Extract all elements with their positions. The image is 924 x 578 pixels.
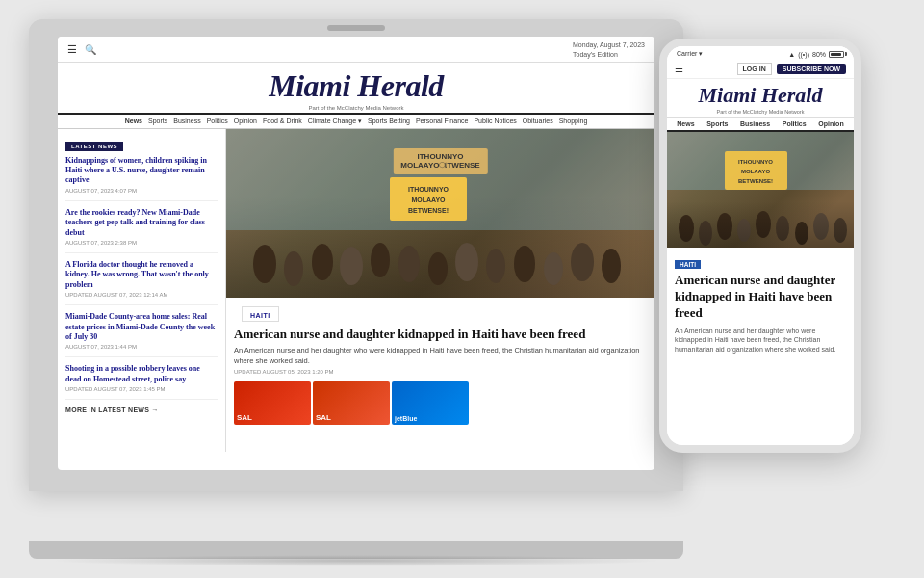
story-date: AUGUST 07, 2023 2:38 PM xyxy=(65,240,218,246)
phone-masthead: Miami Herald Part of the McClatchy Media… xyxy=(667,79,854,118)
phone-nav-news[interactable]: News xyxy=(677,120,694,127)
thumbnail-row xyxy=(226,381,654,425)
wifi-icon: ((•)) xyxy=(798,51,809,58)
svg-point-6 xyxy=(398,246,420,282)
date-info: Monday, August 7, 2023 Today's Edition xyxy=(573,40,645,60)
svg-text:MOLAAYO: MOLAAYO xyxy=(411,197,446,203)
laptop-masthead: Miami Herald Part of the McClatchy Media… xyxy=(58,63,654,115)
svg-point-5 xyxy=(371,243,390,277)
story-category-tag[interactable]: HAITI xyxy=(242,306,279,322)
story-title[interactable]: Are the rookies ready? New Miami-Dade te… xyxy=(65,208,218,238)
laptop-shadow xyxy=(48,555,664,566)
story-date: UPDATED AUGUST 07, 2023 1:45 PM xyxy=(65,386,218,392)
battery-fill xyxy=(831,53,841,56)
laptop-notch xyxy=(327,25,385,31)
svg-point-20 xyxy=(699,221,712,246)
thumbnail-jetblue[interactable] xyxy=(392,381,469,425)
search-icon[interactable]: 🔍 xyxy=(85,44,96,55)
svg-point-23 xyxy=(756,211,771,238)
nav-business[interactable]: Business xyxy=(173,118,200,124)
phone-screen: Carrier ▾ ▲ ((•)) 80% ☰ LOG IN SUBSCRIBE… xyxy=(667,46,854,445)
phone-nav-business[interactable]: Business xyxy=(740,120,770,127)
story-title[interactable]: Miami-Dade County-area home sales: Real … xyxy=(65,312,218,342)
svg-text:BETWENSE!: BETWENSE! xyxy=(408,207,449,214)
phone-header-actions: LOG IN SUBSCRIBE NOW xyxy=(737,63,846,75)
laptop-content: LATEST NEWS Kidnappings of women, childr… xyxy=(58,129,654,452)
nav-finance[interactable]: Personal Finance xyxy=(416,118,468,124)
laptop-header: ☰ 🔍 Monday, August 7, 2023 Today's Editi… xyxy=(58,37,654,63)
story-title[interactable]: Kidnappings of women, children spiking i… xyxy=(65,156,218,186)
main-story-date: UPDATED AUGUST 05, 2023 1:20 PM xyxy=(226,366,654,378)
main-story-description: An American nurse and her daughter who w… xyxy=(226,342,654,366)
phone-nav-sports[interactable]: Sports xyxy=(706,120,728,127)
svg-text:ITHOUNNYO: ITHOUNNYO xyxy=(738,159,773,165)
laptop-screen: ☰ 🔍 Monday, August 7, 2023 Today's Editi… xyxy=(58,37,654,470)
phone-story-title[interactable]: American nurse and daughter kidnapped in… xyxy=(675,273,846,322)
nav-sports-betting[interactable]: Sports Betting xyxy=(368,118,410,124)
battery-pct: 80% xyxy=(812,51,826,58)
svg-text:MOLAAYO: MOLAAYO xyxy=(741,169,770,174)
svg-point-1 xyxy=(253,245,276,283)
phone-status-bar: Carrier ▾ ▲ ((•)) 80% xyxy=(667,46,854,60)
svg-point-8 xyxy=(455,243,478,281)
laptop-nav: News Sports Business Politics Opinion Fo… xyxy=(58,115,654,129)
header-left: ☰ 🔍 xyxy=(67,43,96,56)
nav-sports[interactable]: Sports xyxy=(148,118,167,124)
svg-point-25 xyxy=(795,222,808,245)
hamburger-icon[interactable]: ☰ xyxy=(67,43,77,56)
laptop-device: ☰ 🔍 Monday, August 7, 2023 Today's Editi… xyxy=(29,19,683,559)
story-title[interactable]: Shooting in a possible robbery leaves on… xyxy=(65,364,218,384)
svg-point-24 xyxy=(776,216,789,241)
battery-icon xyxy=(829,51,844,58)
more-latest-link[interactable]: MORE IN LATEST NEWS → xyxy=(65,407,218,413)
phone-nav: News Sports Business Politics Opinion xyxy=(667,118,854,132)
status-icons: ▲ ((•)) 80% xyxy=(788,51,844,58)
story-date: AUGUST 07, 2023 4:07 PM xyxy=(65,188,218,194)
phone-story-tag[interactable]: HAITI xyxy=(675,260,701,269)
phone-login-button[interactable]: LOG IN xyxy=(737,63,772,75)
story-title[interactable]: A Florida doctor thought he removed a ki… xyxy=(65,260,218,290)
svg-point-3 xyxy=(312,244,333,280)
phone-masthead-subtitle: Part of the McClatchy Media Network xyxy=(675,109,846,115)
phone-hamburger-icon[interactable]: ☰ xyxy=(675,64,683,74)
carrier-label: Carrier ▾ xyxy=(677,50,703,58)
phone-hero-image: ITHOUNNYO MOLAAYO BETWENSE! xyxy=(667,132,854,248)
phone-subscribe-button[interactable]: SUBSCRIBE NOW xyxy=(777,64,846,74)
svg-point-12 xyxy=(571,243,594,281)
laptop-main-story: ITHOUNNYO MOLAAYO BETWENSE! HAITI Americ… xyxy=(226,129,654,452)
list-item: Shooting in a possible robbery leaves on… xyxy=(65,364,218,400)
laptop-body: ☰ 🔍 Monday, August 7, 2023 Today's Editi… xyxy=(29,19,683,491)
svg-point-21 xyxy=(717,213,732,240)
main-story-title[interactable]: American nurse and daughter kidnapped in… xyxy=(226,327,654,343)
nav-news[interactable]: News xyxy=(125,118,142,124)
nav-opinion[interactable]: Opinion xyxy=(234,118,257,124)
nav-public-notices[interactable]: Public Notices xyxy=(474,118,516,124)
nav-obituaries[interactable]: Obituaries xyxy=(523,118,553,124)
thumbnail-sale[interactable] xyxy=(234,381,311,425)
phone-body: Carrier ▾ ▲ ((•)) 80% ☰ LOG IN SUBSCRIBE… xyxy=(659,39,861,453)
laptop-sidebar: LATEST NEWS Kidnappings of women, childr… xyxy=(58,129,226,452)
thumbnail-sale2[interactable] xyxy=(313,381,390,425)
nav-climate[interactable]: Climate Change ▾ xyxy=(308,118,362,125)
svg-point-10 xyxy=(514,246,535,282)
svg-point-19 xyxy=(679,215,694,242)
list-item: Kidnappings of women, children spiking i… xyxy=(65,156,218,201)
svg-point-27 xyxy=(834,218,847,243)
svg-point-2 xyxy=(284,251,303,286)
phone-device: Carrier ▾ ▲ ((•)) 80% ☰ LOG IN SUBSCRIBE… xyxy=(659,39,861,453)
svg-point-26 xyxy=(813,213,829,240)
svg-point-9 xyxy=(486,249,505,283)
nav-food[interactable]: Food & Drink xyxy=(263,118,302,124)
phone-nav-politics[interactable]: Politics xyxy=(783,120,807,127)
phone-nav-opinion[interactable]: Opinion xyxy=(818,120,843,127)
masthead-title[interactable]: Miami Herald xyxy=(58,68,654,104)
nav-politics[interactable]: Politics xyxy=(207,118,228,124)
svg-text:BETWENSE!: BETWENSE! xyxy=(738,178,773,184)
nav-shopping[interactable]: Shopping xyxy=(559,118,588,124)
list-item: Are the rookies ready? New Miami-Dade te… xyxy=(65,208,218,253)
phone-header: ☰ LOG IN SUBSCRIBE NOW xyxy=(667,60,854,79)
svg-point-7 xyxy=(428,252,448,285)
phone-story-description: An American nurse and her daughter who w… xyxy=(675,327,846,355)
story-date: UPDATED AUGUST 07, 2023 12:14 AM xyxy=(65,292,218,298)
phone-masthead-title[interactable]: Miami Herald xyxy=(675,83,846,108)
